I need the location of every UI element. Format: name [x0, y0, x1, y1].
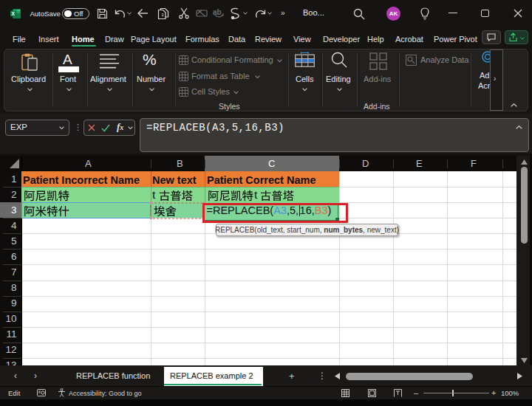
svg-text:X: X	[12, 11, 16, 16]
